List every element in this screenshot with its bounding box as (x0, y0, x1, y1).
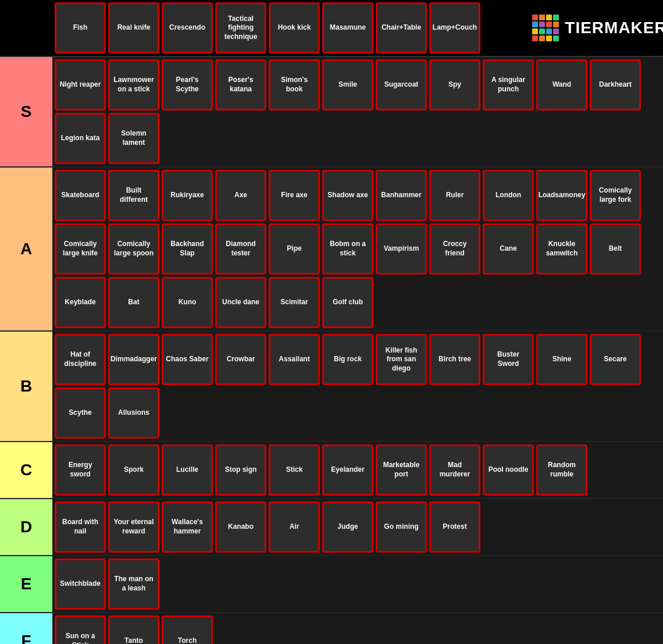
tier-item-A-21[interactable]: Belt (590, 223, 641, 275)
tier-item-S-6[interactable]: Sugarcoat (376, 59, 427, 111)
tier-item-A-8[interactable]: London (483, 170, 534, 221)
tier-item-A-12[interactable]: Comically large spoon (108, 223, 159, 275)
tier-item-D-7[interactable]: Protest (429, 501, 480, 553)
logo: TiERMAKER (532, 15, 663, 41)
tier-item-C-3[interactable]: Stop sign (215, 444, 266, 496)
tier-item-D-0[interactable]: Board with nail (55, 501, 106, 553)
tier-item-A-19[interactable]: Cane (483, 223, 534, 275)
tier-item-S-3[interactable]: Poser's katana (215, 59, 266, 111)
header-item-2[interactable]: Crescendo (162, 2, 213, 54)
tier-item-A-14[interactable]: Diamond tester (215, 223, 266, 275)
logo-grid (532, 15, 559, 41)
tier-item-C-5[interactable]: Eyelander (322, 444, 373, 496)
tier-item-S-12[interactable]: Solemn lament (108, 113, 159, 164)
tier-item-A-17[interactable]: Vampirism (376, 223, 427, 275)
tier-item-S-2[interactable]: Pearl's Scythe (162, 59, 213, 111)
tier-item-B-7[interactable]: Birch tree (429, 334, 480, 385)
tier-item-F-0[interactable]: Sun on a Stick (55, 615, 106, 644)
tier-item-A-11[interactable]: Comically large knife (55, 223, 106, 275)
tier-item-A-26[interactable]: Scimitar (269, 277, 320, 328)
tier-item-E-0[interactable]: Switchblade (55, 558, 106, 610)
tier-item-B-4[interactable]: Assailant (269, 334, 320, 385)
tier-item-B-2[interactable]: Chaos Saber (162, 334, 213, 385)
tier-label-D: D (0, 499, 52, 555)
tier-item-S-4[interactable]: Simon's book (269, 59, 320, 111)
tier-item-D-6[interactable]: Go mining (376, 501, 427, 553)
tier-item-C-4[interactable]: Stick (269, 444, 320, 496)
tier-item-B-8[interactable]: Buster Sword (483, 334, 534, 385)
tier-item-A-13[interactable]: Backhand Slap (162, 223, 213, 275)
tier-item-B-12[interactable]: Allusions (108, 387, 159, 439)
tier-item-D-4[interactable]: Air (269, 501, 320, 553)
tier-item-S-11[interactable]: Legion kata (55, 113, 106, 164)
tier-item-S-10[interactable]: Darkheart (590, 59, 641, 111)
tier-item-C-2[interactable]: Lucille (162, 444, 213, 496)
header-item-6[interactable]: Chair+Table (376, 2, 427, 54)
logo-text: TiERMAKER (565, 19, 663, 37)
tier-item-S-1[interactable]: Lawnmower on a stick (108, 59, 159, 111)
logo-cell-9 (539, 29, 545, 34)
logo-cell-2 (546, 15, 552, 20)
tier-item-C-7[interactable]: Mad murderer (429, 444, 480, 496)
tier-item-A-16[interactable]: Bobm on a stick (322, 223, 373, 275)
tier-row-S: SNight reaperLawnmower on a stickPearl's… (0, 57, 663, 168)
tier-item-E-1[interactable]: The man on a leash (108, 558, 159, 610)
tier-item-D-3[interactable]: Kanabo (215, 501, 266, 553)
tier-item-A-25[interactable]: Uncle dane (215, 277, 266, 328)
tier-item-A-20[interactable]: Knuckle samwitch (536, 223, 587, 275)
tier-item-C-6[interactable]: Marketable port (376, 444, 427, 496)
tier-item-F-2[interactable]: Torch (162, 615, 213, 644)
tier-item-A-10[interactable]: Comically large fork (590, 170, 641, 221)
tier-item-A-18[interactable]: Croccy friend (429, 223, 480, 275)
tier-item-A-7[interactable]: Ruler (429, 170, 480, 221)
tier-item-B-9[interactable]: Shine (536, 334, 587, 385)
tier-item-S-9[interactable]: Wand (536, 59, 587, 111)
tier-item-B-10[interactable]: Secare (590, 334, 641, 385)
tier-item-B-6[interactable]: Killer fish from san diego (376, 334, 427, 385)
tier-row-D: DBoard with nailYour eternal rewardWalla… (0, 499, 663, 556)
tier-item-C-8[interactable]: Pool noodle (483, 444, 534, 496)
tier-item-B-3[interactable]: Crowbar (215, 334, 266, 385)
tier-item-S-0[interactable]: Night reaper (55, 59, 106, 111)
tier-items-F: Sun on a StickTantoTorch (52, 613, 663, 644)
tier-item-D-2[interactable]: Wallace's hammer (162, 501, 213, 553)
tier-item-A-9[interactable]: Loadsamoney (536, 170, 587, 221)
tier-row-F: FSun on a StickTantoTorch (0, 613, 663, 644)
tier-item-A-22[interactable]: Keyblade (55, 277, 106, 328)
tier-item-A-23[interactable]: Bat (108, 277, 159, 328)
tier-item-C-9[interactable]: Random rumble (536, 444, 587, 496)
header-item-1[interactable]: Real knife (108, 2, 159, 54)
tier-item-A-2[interactable]: Rukiryaxe (162, 170, 213, 221)
tier-item-C-0[interactable]: Energy sword (55, 444, 106, 496)
header-item-0[interactable]: Fish (55, 2, 106, 54)
tier-item-S-7[interactable]: Spy (429, 59, 480, 111)
tier-item-A-4[interactable]: Fire axe (269, 170, 320, 221)
tier-item-A-15[interactable]: Pipe (269, 223, 320, 275)
tier-item-B-5[interactable]: Big rock (322, 334, 373, 385)
tier-label-A: A (0, 168, 52, 330)
tier-item-B-1[interactable]: Dimmadagger (108, 334, 159, 385)
tier-item-A-6[interactable]: Banhammer (376, 170, 427, 221)
tier-item-A-27[interactable]: Golf club (322, 277, 373, 328)
tier-item-C-1[interactable]: Spork (108, 444, 159, 496)
header-item-7[interactable]: Lamp+Couch (429, 2, 480, 54)
tier-item-D-1[interactable]: Your eternal reward (108, 501, 159, 553)
tier-item-B-11[interactable]: Scythe (55, 387, 106, 439)
tier-item-A-3[interactable]: Axe (215, 170, 266, 221)
tier-item-A-0[interactable]: Skateboard (55, 170, 106, 221)
tiermaker-container: FishReal knifeCrescendoTactical fighting… (0, 0, 663, 644)
header-item-3[interactable]: Tactical fighting technique (215, 2, 266, 54)
tier-item-F-1[interactable]: Tanto (108, 615, 159, 644)
tier-item-D-5[interactable]: Judge (322, 501, 373, 553)
tier-item-A-5[interactable]: Shadow axe (322, 170, 373, 221)
header-item-5[interactable]: Masamune (322, 2, 373, 54)
tier-items-S: Night reaperLawnmower on a stickPearl's … (52, 57, 663, 166)
tier-items-C: Energy swordSporkLucilleStop signStickEy… (52, 442, 663, 498)
tier-item-S-5[interactable]: Smile (322, 59, 373, 111)
tier-item-S-8[interactable]: A singular punch (483, 59, 534, 111)
tier-item-A-24[interactable]: Kuno (162, 277, 213, 328)
tier-row-B: BHat of disciplineDimmadaggerChaos Saber… (0, 332, 663, 442)
header-item-4[interactable]: Hook kick (269, 2, 320, 54)
tier-item-B-0[interactable]: Hat of discipline (55, 334, 106, 385)
tier-item-A-1[interactable]: Built different (108, 170, 159, 221)
